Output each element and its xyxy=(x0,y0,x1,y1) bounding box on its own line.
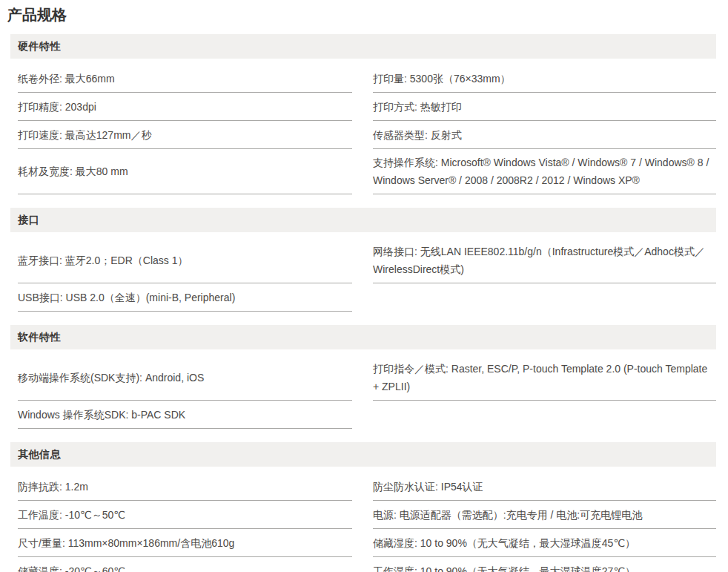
spec-item-right: 打印指令／模式: Raster, ESC/P, P-touch Template… xyxy=(373,355,716,401)
section-rows: 移动端操作系统(SDK支持): Android, iOS 打印指令／模式: Ra… xyxy=(10,355,716,429)
spec-item-right-text: 打印方式: 热敏打印 xyxy=(373,98,462,116)
spec-item-left: 移动端操作系统(SDK支持): Android, iOS xyxy=(18,355,352,401)
spec-item-right-text: 储藏湿度: 10 to 90%（无大气凝结，最大湿球温度45℃） xyxy=(373,534,635,552)
spec-item-right: 支持操作系统: Microsoft® Windows Vista® / Wind… xyxy=(373,149,716,194)
spec-item-left: 打印精度: 203dpi xyxy=(18,93,352,121)
spec-item-left: 尺寸/重量: 113mm×80mm×186mm/含电池610g xyxy=(18,529,352,557)
spec-section-2: 软件特性 移动端操作系统(SDK支持): Android, iOS 打印指令／模… xyxy=(10,325,716,429)
spec-item-right: 防尘防水认证: IP54认证 xyxy=(373,473,716,501)
spec-item-right: 传感器类型: 反射式 xyxy=(373,121,716,149)
spec-item-left: 防摔抗跌: 1.2m xyxy=(18,473,352,501)
spec-item-left-text: USB接口: USB 2.0（全速）(mini-B, Peripheral) xyxy=(18,289,235,306)
spec-item-left-text: 纸卷外径: 最大66mm xyxy=(18,70,115,88)
section-title: 软件特性 xyxy=(18,331,61,344)
spec-item-left: 耗材及宽度: 最大80 mm xyxy=(18,149,352,194)
spec-item-left-text: 打印速度: 最高达127mm／秒 xyxy=(18,126,151,144)
spec-item-left-text: 防摔抗跌: 1.2m xyxy=(18,478,88,496)
spec-section-0: 硬件特性 纸卷外径: 最大66mm 打印量: 5300张（76×33mm） 打印… xyxy=(10,34,716,194)
spec-item-left-text: 移动端操作系统(SDK支持): Android, iOS xyxy=(18,369,204,387)
page-title: 产品规格 xyxy=(7,6,716,24)
spec-row: 打印速度: 最高达127mm／秒 传感器类型: 反射式 xyxy=(18,121,716,149)
section-header-bar: 硬件特性 xyxy=(10,34,716,59)
spec-item-right: 打印方式: 热敏打印 xyxy=(373,93,716,121)
spec-item-right-text: 网络接口: 无线LAN IEEE802.11b/g/n（Infrastructu… xyxy=(373,243,716,278)
spec-item-right: 电源: 电源适配器（需选配）:充电专用 / 电池:可充电锂电池 xyxy=(373,501,716,529)
spec-section-1: 接口 蓝牙接口: 蓝牙2.0；EDR（Class 1） 网络接口: 无线LAN … xyxy=(10,208,716,312)
spec-item-left: 纸卷外径: 最大66mm xyxy=(18,65,352,93)
section-title: 其他信息 xyxy=(18,448,61,461)
spec-row: 移动端操作系统(SDK支持): Android, iOS 打印指令／模式: Ra… xyxy=(18,355,716,401)
spec-item-right-text: 防尘防水认证: IP54认证 xyxy=(373,478,483,496)
spec-item-right: 网络接口: 无线LAN IEEE802.11b/g/n（Infrastructu… xyxy=(373,238,716,283)
spec-row: Windows 操作系统SDK: b-PAC SDK xyxy=(18,401,716,429)
spec-item-left: 蓝牙接口: 蓝牙2.0；EDR（Class 1） xyxy=(18,238,352,283)
spec-row: 防摔抗跌: 1.2m 防尘防水认证: IP54认证 xyxy=(18,473,716,501)
spec-row: 储藏温度: -20℃～60℃ 工作湿度: 10 to 90%（无大气凝结，最大湿… xyxy=(18,557,716,572)
spec-section-3: 其他信息 防摔抗跌: 1.2m 防尘防水认证: IP54认证 工作温度: -10… xyxy=(10,442,716,572)
spec-item-left: 工作温度: -10℃～50℃ xyxy=(18,501,352,529)
spec-row: 打印精度: 203dpi 打印方式: 热敏打印 xyxy=(18,93,716,121)
spec-item-right-text: 打印指令／模式: Raster, ESC/P, P-touch Template… xyxy=(373,360,716,395)
spec-item-right-text: 电源: 电源适配器（需选配）:充电专用 / 电池:可充电锂电池 xyxy=(373,506,642,524)
spec-item-right-text: 传感器类型: 反射式 xyxy=(373,126,462,144)
section-rows: 纸卷外径: 最大66mm 打印量: 5300张（76×33mm） 打印精度: 2… xyxy=(10,65,716,194)
spec-item-left-text: 尺寸/重量: 113mm×80mm×186mm/含电池610g xyxy=(18,534,234,552)
spec-item-right: 工作湿度: 10 to 90%（无大气凝结，最大湿球温度27℃） xyxy=(373,557,716,572)
spec-item-right-text: 工作湿度: 10 to 90%（无大气凝结，最大湿球温度27℃） xyxy=(373,562,635,572)
spec-item-left-text: 工作温度: -10℃～50℃ xyxy=(18,506,125,524)
spec-row: 纸卷外径: 最大66mm 打印量: 5300张（76×33mm） xyxy=(18,65,716,93)
spec-item-left: Windows 操作系统SDK: b-PAC SDK xyxy=(18,401,352,429)
spec-sections: 硬件特性 纸卷外径: 最大66mm 打印量: 5300张（76×33mm） 打印… xyxy=(7,34,716,572)
spec-item-left: 储藏温度: -20℃～60℃ xyxy=(18,557,352,572)
spec-item-right: 储藏湿度: 10 to 90%（无大气凝结，最大湿球温度45℃） xyxy=(373,529,716,557)
spec-row: USB接口: USB 2.0（全速）(mini-B, Peripheral) xyxy=(18,283,716,312)
section-title: 硬件特性 xyxy=(18,40,61,53)
section-rows: 防摔抗跌: 1.2m 防尘防水认证: IP54认证 工作温度: -10℃～50℃… xyxy=(10,473,716,572)
spec-item-right-text: 支持操作系统: Microsoft® Windows Vista® / Wind… xyxy=(373,154,716,189)
spec-item-right: 打印量: 5300张（76×33mm） xyxy=(373,65,716,93)
spec-item-right xyxy=(373,401,716,429)
section-header-bar: 软件特性 xyxy=(10,325,716,349)
spec-row: 蓝牙接口: 蓝牙2.0；EDR（Class 1） 网络接口: 无线LAN IEE… xyxy=(18,238,716,283)
product-spec-page: 产品规格 硬件特性 纸卷外径: 最大66mm 打印量: 5300张（76×33m… xyxy=(0,0,728,572)
spec-item-left-text: 打印精度: 203dpi xyxy=(18,98,96,116)
section-title: 接口 xyxy=(18,214,39,227)
spec-item-left-text: 耗材及宽度: 最大80 mm xyxy=(18,162,128,180)
spec-item-left-text: 蓝牙接口: 蓝牙2.0；EDR（Class 1） xyxy=(18,252,188,269)
spec-item-left: 打印速度: 最高达127mm／秒 xyxy=(18,121,352,149)
spec-item-right-text: 打印量: 5300张（76×33mm） xyxy=(373,70,511,88)
spec-item-right xyxy=(373,283,716,312)
spec-item-left-text: Windows 操作系统SDK: b-PAC SDK xyxy=(18,406,185,424)
spec-item-left-text: 储藏温度: -20℃～60℃ xyxy=(18,562,125,572)
section-header-bar: 其他信息 xyxy=(10,442,716,467)
section-rows: 蓝牙接口: 蓝牙2.0；EDR（Class 1） 网络接口: 无线LAN IEE… xyxy=(10,238,716,312)
spec-row: 工作温度: -10℃～50℃ 电源: 电源适配器（需选配）:充电专用 / 电池:… xyxy=(18,501,716,529)
spec-item-left: USB接口: USB 2.0（全速）(mini-B, Peripheral) xyxy=(18,283,352,312)
section-header-bar: 接口 xyxy=(10,208,716,232)
spec-row: 尺寸/重量: 113mm×80mm×186mm/含电池610g 储藏湿度: 10… xyxy=(18,529,716,557)
spec-row: 耗材及宽度: 最大80 mm 支持操作系统: Microsoft® Window… xyxy=(18,149,716,194)
